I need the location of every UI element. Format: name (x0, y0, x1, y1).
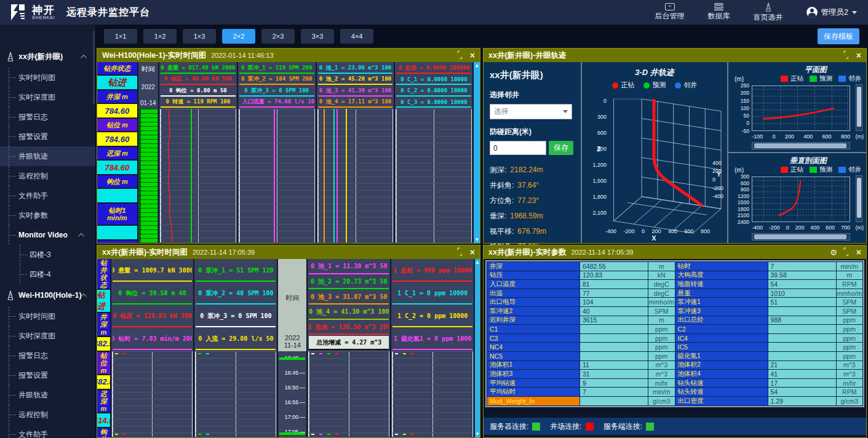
x-tick: 700 (841, 225, 850, 231)
sidebar-item[interactable]: Wei-H100(Hole-1) (0, 284, 95, 306)
sidebar-item[interactable]: 实时时间图 (0, 306, 95, 326)
grid-layout-button[interactable]: 1×1 (104, 29, 137, 44)
sidebar-item[interactable]: 实时深度图 (0, 326, 95, 346)
sidebar-item[interactable]: 井眼轨迹 (0, 146, 95, 166)
param-unit: g/cm3 (837, 397, 863, 405)
scroll-down-icon[interactable]: ▼ (474, 236, 479, 243)
save-button[interactable]: 保存 (549, 141, 573, 155)
sidebar-item[interactable]: 四楼-4 (0, 265, 95, 284)
sidebar-item[interactable]: 实时深度图 (0, 87, 95, 107)
grid-layout-button[interactable]: 3×3 (301, 29, 334, 44)
sidebar-item[interactable]: 报警日志 (0, 346, 95, 365)
legend-swatch (781, 167, 788, 173)
expand-icon[interactable]: ⌜⌟ (457, 249, 464, 256)
param-value: 3615 (580, 316, 648, 325)
status-label: 钩位 m (97, 428, 110, 437)
gear-icon[interactable]: ⚙ (830, 249, 837, 257)
chart-scrollbar[interactable]: ▲▼ (474, 62, 480, 243)
chart-plot (392, 351, 473, 437)
chart-scrollbar[interactable]: ▲▼ (475, 259, 480, 437)
sidebar-item[interactable]: 实时参数 (0, 205, 95, 225)
sidebar-item[interactable]: 报警设置 (0, 365, 95, 385)
close-icon[interactable]: × (470, 51, 475, 60)
panel-trajectory: xx井(新井眼)-井眼轨迹 ⌜⌟ × xx井(新井眼) 选择邻井 选择 防碰距离… (483, 48, 867, 244)
menu-database[interactable]: 数据库 (708, 3, 730, 22)
section-vertical-slider[interactable] (856, 175, 862, 222)
layout-toolbar: 1×1 1×2 1×3 2×2 2×3 3×3 4×4 保存模板 (95, 25, 868, 48)
grid-layout-button[interactable]: 2×2 (222, 29, 255, 44)
param-name: 泵冲速3 (675, 307, 768, 316)
user-menu[interactable]: 管理员2 (806, 7, 857, 18)
close-icon[interactable]: × (856, 51, 861, 60)
sidebar-item-label: 井眼轨迹 (18, 390, 48, 400)
close-icon[interactable]: × (470, 248, 475, 257)
connection-statusbar: 服务器连接: 井场连接: 服务端连接: (484, 418, 866, 435)
sidebar-item[interactable]: 四楼-3 (0, 245, 95, 265)
x-axis-label: X (651, 234, 656, 242)
close-icon[interactable]: × (856, 248, 861, 257)
time-label: 时间 (285, 293, 299, 303)
y-tick: 300 (741, 174, 749, 180)
save-template-button[interactable]: 保存模板 (818, 28, 859, 44)
chevron-up-icon (81, 54, 87, 60)
page-title: 远程录井监控平台 (66, 6, 150, 19)
sidebar-item[interactable]: xx井(新井眼) (0, 46, 95, 68)
y-tick: 400 (712, 160, 722, 166)
sidebar-item[interactable]: 远程控制 (0, 166, 95, 186)
trajectory-stat: 方位角: 77.23° (490, 193, 575, 209)
chevron-down-icon (852, 11, 857, 14)
param-name: 迟到井深 (487, 316, 579, 325)
sidebar-item[interactable]: Monitor Video (0, 225, 95, 245)
menu-backend[interactable]: ~ 后台管理 (655, 3, 685, 22)
sidebar-item-label: 实时深度图 (18, 331, 55, 341)
time-column: 时间 2022 11-14 16:4016:4516:5016:5517:001… (278, 259, 306, 437)
sidebar-item-label: 井眼轨迹 (18, 151, 48, 162)
curve-label: 总池增减 = 4.27 m^3 (309, 336, 389, 350)
table-row: NC5 ppm 硫化氢1 ppm (487, 352, 862, 360)
param-value (768, 325, 836, 333)
expand-icon[interactable]: ⌜⌟ (843, 249, 850, 256)
scroll-up-icon[interactable]: ▲ (474, 62, 479, 69)
sidebar-item-label: 实时参数 (18, 210, 48, 221)
sidebar-item[interactable]: 井眼轨迹 (0, 385, 95, 405)
expand-icon[interactable]: ⌜⌟ (843, 52, 850, 59)
trajectory-info-panel: xx井(新井眼) 选择邻井 选择 防碰距离(米) 保存 (484, 62, 582, 243)
sidebar-item[interactable]: 远程控制 (0, 405, 95, 424)
param-unit: m (648, 316, 675, 325)
grid-layout-button[interactable]: 1×2 (143, 29, 177, 44)
legend-swatch (810, 76, 817, 82)
grid-layout-button[interactable]: 4×4 (340, 29, 373, 44)
time-label: 时间 (141, 65, 155, 74)
grid-layout-button[interactable]: 2×3 (261, 29, 295, 44)
x-tick: 800 (701, 228, 710, 234)
section-horizontal-scrollbar[interactable] (752, 233, 850, 241)
param-unit: m^3 (837, 361, 863, 370)
panel-datetime: 2022-11-14 17:05:39 (193, 249, 255, 256)
sidebar-item[interactable]: 文件助手 (0, 186, 95, 205)
sidebar-item-label: 四楼-3 (30, 250, 51, 260)
data-mark (335, 434, 338, 435)
sidebar-item[interactable]: 文件助手 (0, 424, 95, 438)
scroll-down-icon[interactable]: ▼ (475, 431, 480, 437)
param-name: 钻头转速 (675, 388, 768, 396)
anticollision-distance-input[interactable] (490, 141, 546, 155)
sidebar-item[interactable]: 报警日志 (0, 107, 95, 127)
offset-well-select[interactable]: 选择 (490, 104, 572, 119)
sidebar-item[interactable]: 实时时间图 (0, 68, 95, 87)
sidebar-item[interactable]: 报警设置 (0, 127, 95, 146)
curve-label: 0 总池 = 130.50 m^3 200 (309, 321, 389, 335)
grid-layout-button[interactable]: 1×3 (183, 29, 216, 44)
param-value: 41 (768, 370, 836, 378)
expand-icon[interactable]: ⌜⌟ (457, 52, 464, 59)
scroll-up-icon[interactable]: ▲ (475, 259, 480, 266)
legend-label: 预测 (819, 165, 832, 174)
param-value (580, 343, 648, 351)
x-tick: 400 (803, 133, 813, 140)
plan-horizontal-scrollbar[interactable] (752, 142, 850, 149)
menu-well-select[interactable]: 首页选井 (754, 2, 783, 23)
plan-vertical-slider[interactable] (856, 84, 862, 131)
curve-label: 1 C_1 = 0 ppm 10000 (392, 283, 472, 305)
param-name: NC4 (487, 343, 579, 351)
panel-datetime: 2022-01-14 11:46:13 (211, 52, 273, 59)
state-bar (279, 357, 305, 360)
